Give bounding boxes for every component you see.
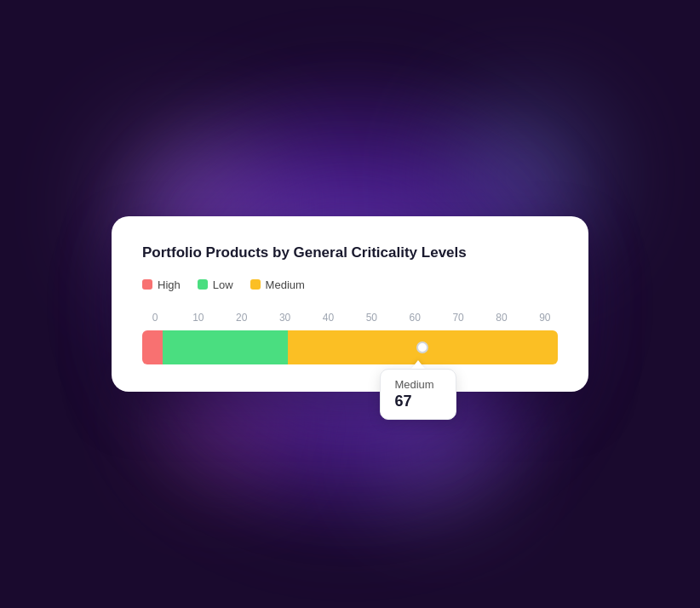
tooltip-box: Medium 67 — [380, 369, 456, 420]
tooltip-value: 67 — [394, 393, 442, 410]
bar-segment-low — [163, 330, 287, 364]
axis-label-60: 60 — [402, 312, 427, 324]
legend-label-low: Low — [213, 278, 233, 291]
axis-labels: 0 10 20 30 40 50 60 70 80 90 — [142, 312, 558, 324]
legend-item-low: Low — [198, 278, 233, 291]
legend-item-medium: Medium — [250, 278, 305, 291]
chart-card: Portfolio Products by General Criticalit… — [112, 216, 588, 391]
axis-label-50: 50 — [359, 312, 384, 324]
stacked-bar: Medium 67 — [142, 330, 558, 364]
legend-dot-high — [142, 279, 152, 290]
chart-legend: High Low Medium — [142, 278, 558, 291]
tooltip-label: Medium — [394, 378, 442, 391]
tooltip-arrow — [411, 360, 425, 369]
legend-dot-low — [198, 279, 208, 290]
axis-label-90: 90 — [532, 312, 558, 324]
legend-item-high: High — [142, 278, 181, 291]
axis-label-40: 40 — [316, 312, 341, 324]
tooltip-marker — [416, 341, 428, 353]
chart-title: Portfolio Products by General Criticalit… — [142, 244, 558, 262]
legend-label-high: High — [158, 278, 181, 291]
chart-area: 0 10 20 30 40 50 60 70 80 90 Medium 67 — [142, 312, 558, 364]
bar-segment-high — [142, 330, 163, 364]
axis-label-20: 20 — [229, 312, 255, 324]
axis-label-80: 80 — [489, 312, 514, 324]
axis-label-70: 70 — [445, 312, 471, 324]
axis-label-0: 0 — [142, 312, 168, 324]
axis-label-30: 30 — [273, 312, 298, 324]
axis-label-10: 10 — [186, 312, 211, 324]
tooltip: Medium 67 — [380, 369, 456, 420]
legend-dot-medium — [250, 279, 261, 290]
legend-label-medium: Medium — [266, 278, 305, 291]
